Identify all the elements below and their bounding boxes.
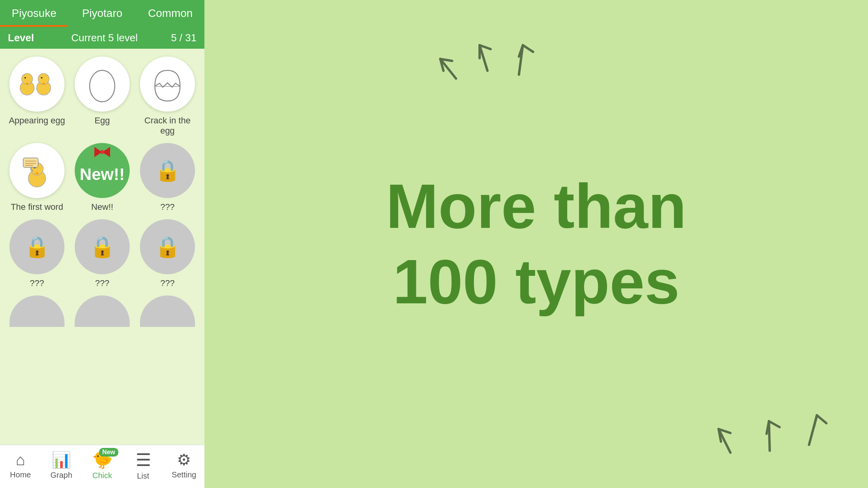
graph-label: Graph bbox=[50, 471, 72, 480]
tab-common[interactable]: Common bbox=[136, 0, 204, 27]
svg-line-34 bbox=[769, 421, 780, 427]
right-panel: More than 100 types bbox=[204, 0, 868, 488]
locked1-label: ??? bbox=[160, 202, 175, 212]
chick-label: Chick bbox=[92, 471, 112, 480]
crack-egg-icon bbox=[151, 66, 184, 103]
chick-grid: Appearing egg Egg bbox=[8, 57, 197, 288]
partial-circle-3 bbox=[140, 295, 195, 327]
svg-point-20 bbox=[100, 150, 104, 154]
graph-icon: 📊 bbox=[51, 451, 71, 469]
new-label: New!! bbox=[91, 202, 113, 212]
svg-line-37 bbox=[817, 415, 826, 423]
svg-point-8 bbox=[90, 70, 115, 102]
first-word-icon bbox=[15, 150, 59, 191]
svg-line-38 bbox=[814, 415, 817, 427]
nav-chick[interactable]: New 🐤 Chick bbox=[85, 450, 120, 480]
home-icon: ⌂ bbox=[16, 451, 25, 469]
partial-3 bbox=[138, 295, 197, 327]
grid-item-locked4: 🔒 ??? bbox=[138, 219, 197, 288]
egg-label: Egg bbox=[94, 116, 110, 126]
tab-piyosuke[interactable]: Piyosuke bbox=[0, 0, 68, 27]
partial-row bbox=[8, 295, 197, 327]
setting-label: Setting bbox=[172, 470, 196, 479]
level-count: 5 / 31 bbox=[171, 32, 197, 44]
grid-item-crack-egg[interactable]: Crack in the egg bbox=[138, 57, 197, 136]
lock-icon-4: 🔒 bbox=[155, 235, 180, 259]
level-bar: Level Current 5 level 5 / 31 bbox=[0, 27, 204, 49]
nav-setting[interactable]: ⚙ Setting bbox=[166, 451, 202, 479]
partial-circle-1 bbox=[9, 295, 64, 327]
first-word-label: The first word bbox=[11, 202, 63, 212]
chick-new-badge: New bbox=[99, 448, 118, 457]
crack-egg-circle[interactable] bbox=[140, 57, 195, 112]
grid-item-locked2: 🔒 ??? bbox=[8, 219, 66, 288]
grid-item-new[interactable]: New!! New!! bbox=[73, 143, 131, 212]
setting-icon: ⚙ bbox=[177, 451, 191, 469]
crack-egg-label: Crack in the egg bbox=[138, 116, 197, 136]
lock-icon-3: 🔒 bbox=[90, 235, 115, 259]
home-label: Home bbox=[10, 470, 31, 479]
ribbon-icon bbox=[92, 146, 112, 158]
grid-item-egg[interactable]: Egg bbox=[73, 57, 131, 136]
grid-item-appearing-egg[interactable]: Appearing egg bbox=[8, 57, 66, 136]
arrows-bottom-right-decoration bbox=[711, 394, 837, 457]
new-circle-content: New!! bbox=[75, 143, 130, 198]
tab-piyotaro[interactable]: Piyotaro bbox=[68, 0, 136, 27]
new-circle[interactable]: New!! bbox=[75, 143, 130, 198]
locked3-circle: 🔒 bbox=[75, 219, 130, 274]
appearing-egg-icon bbox=[15, 66, 59, 102]
bottom-nav: ⌂ Home 📊 Graph New 🐤 Chick ☰ List ⚙ Sett… bbox=[0, 445, 204, 488]
grid-item-first-word[interactable]: The first word bbox=[8, 143, 66, 212]
partial-2 bbox=[73, 295, 131, 327]
grid-item-locked1: 🔒 ??? bbox=[138, 143, 197, 212]
grid-item-locked3: 🔒 ??? bbox=[73, 219, 131, 288]
list-icon: ☰ bbox=[136, 450, 151, 470]
new-text: New!! bbox=[80, 165, 125, 184]
main-promo-text: More than 100 types bbox=[386, 169, 686, 319]
nav-graph[interactable]: 📊 Graph bbox=[44, 451, 79, 480]
partial-circle-2 bbox=[75, 295, 130, 327]
lock-icon-1: 🔒 bbox=[155, 159, 180, 183]
appearing-egg-label: Appearing egg bbox=[9, 116, 65, 126]
locked2-circle: 🔒 bbox=[9, 219, 64, 274]
svg-line-28 bbox=[523, 45, 533, 52]
locked1-circle: 🔒 bbox=[140, 143, 195, 198]
arrows-top-left-decoration bbox=[432, 24, 550, 86]
current-level: Current 5 level bbox=[38, 32, 171, 44]
egg-circle[interactable] bbox=[75, 57, 130, 112]
nav-list[interactable]: ☰ List bbox=[125, 450, 161, 481]
nav-home[interactable]: ⌂ Home bbox=[3, 451, 38, 479]
level-label: Level bbox=[8, 32, 34, 44]
svg-point-7 bbox=[41, 77, 42, 79]
list-label: List bbox=[137, 471, 149, 481]
tabs-bar: Piyosuke Piyotaro Common bbox=[0, 0, 204, 27]
egg-icon bbox=[86, 66, 118, 103]
first-word-circle[interactable] bbox=[9, 143, 64, 198]
promo-line2: 100 types bbox=[386, 244, 686, 319]
locked4-label: ??? bbox=[160, 278, 175, 288]
promo-line1: More than bbox=[386, 169, 686, 244]
locked4-circle: 🔒 bbox=[140, 219, 195, 274]
locked2-label: ??? bbox=[30, 278, 44, 288]
svg-point-3 bbox=[24, 77, 26, 79]
lock-icon-2: 🔒 bbox=[24, 235, 50, 259]
svg-rect-13 bbox=[23, 158, 38, 167]
appearing-egg-circle[interactable] bbox=[9, 57, 64, 112]
grid-area: Appearing egg Egg bbox=[0, 49, 204, 445]
phone-panel: Piyosuke Piyotaro Common Level Current 5… bbox=[0, 0, 204, 488]
locked3-label: ??? bbox=[95, 278, 110, 288]
partial-1 bbox=[8, 295, 66, 327]
